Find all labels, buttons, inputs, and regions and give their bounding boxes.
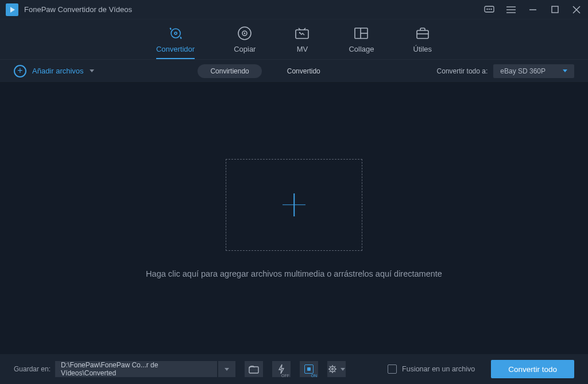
nav-convertidor[interactable]: Convertidor (156, 25, 195, 59)
save-path-dropdown[interactable] (218, 361, 235, 377)
add-files-button[interactable]: Añadir archivos (14, 65, 94, 77)
chevron-down-icon (341, 368, 345, 371)
status-converted-tab[interactable]: Convertido (274, 64, 333, 78)
plus-circle-icon (14, 65, 26, 77)
svg-point-11 (171, 29, 180, 38)
disc-icon (237, 25, 252, 41)
chevron-down-icon (563, 69, 567, 72)
collage-icon (354, 25, 369, 41)
merge-label: Fusionar en un archivo (402, 365, 475, 373)
nav-collage[interactable]: Collage (349, 25, 374, 59)
save-path-group: D:\FonePaw\FonePaw Co...r de Vídeos\Conv… (55, 361, 235, 377)
main-area: Haga clic aquí para agregar archivos mul… (0, 83, 588, 354)
nav-label: MV (297, 45, 308, 53)
convert-all-button[interactable]: Convertir todo (491, 360, 574, 378)
plus-icon (283, 193, 305, 216)
bottom-bar: Guardar en: D:\FonePaw\FonePaw Co...r de… (0, 354, 588, 384)
svg-rect-8 (552, 6, 558, 13)
svg-point-15 (244, 33, 245, 34)
chevron-down-icon (90, 69, 94, 72)
nav-mv[interactable]: MV (295, 25, 310, 59)
svg-point-1 (487, 9, 488, 10)
drop-zone[interactable] (226, 159, 362, 251)
close-button[interactable] (571, 4, 582, 15)
primary-nav: Convertidor Copiar MV Collage Útiles (0, 20, 588, 60)
status-converting-tab[interactable]: Convirtiendo (198, 64, 261, 78)
svg-point-24 (330, 367, 335, 372)
format-value: eBay SD 360P (500, 67, 546, 75)
merge-checkbox[interactable]: Fusionar en un archivo (388, 364, 475, 374)
convert-all-to-label: Convertir todo a: (437, 67, 488, 75)
svg-point-12 (175, 32, 177, 34)
drop-hint: Haga clic aquí para agregar archivos mul… (146, 269, 442, 278)
nav-utiles[interactable]: Útiles (413, 25, 432, 59)
off-badge: OFF (281, 374, 289, 378)
svg-point-17 (299, 32, 300, 33)
chevron-down-icon (225, 368, 229, 371)
format-select[interactable]: eBay SD 360P (493, 64, 574, 78)
gpu-toggle-button[interactable]: ON (300, 361, 318, 377)
svg-rect-21 (417, 30, 428, 38)
converter-icon (168, 25, 184, 41)
nav-label: Convertidor (156, 45, 195, 53)
svg-point-2 (489, 9, 490, 10)
speed-toggle-button[interactable]: OFF (272, 361, 291, 377)
app-logo-icon (6, 3, 18, 16)
titlebar: FonePaw Convertidor de Vídeos (0, 0, 588, 20)
feedback-icon[interactable] (483, 4, 495, 15)
menu-icon[interactable] (505, 4, 517, 15)
svg-point-25 (332, 369, 334, 370)
save-path-input[interactable]: D:\FonePaw\FonePaw Co...r de Vídeos\Conv… (55, 361, 217, 377)
nav-label: Útiles (413, 45, 432, 53)
toolbox-icon (415, 25, 430, 41)
nav-copiar[interactable]: Copiar (234, 25, 256, 59)
mv-icon (295, 25, 310, 41)
nav-label: Collage (349, 45, 374, 53)
gpu-icon (304, 364, 314, 374)
options-bar: Añadir archivos Convirtiendo Convertido … (0, 60, 588, 83)
nav-label: Copiar (234, 45, 256, 53)
maximize-button[interactable] (549, 4, 560, 15)
add-files-label: Añadir archivos (32, 67, 84, 75)
svg-point-3 (491, 9, 492, 10)
svg-rect-23 (249, 367, 258, 373)
open-folder-button[interactable] (245, 361, 263, 377)
on-badge: ON (311, 374, 318, 378)
save-in-label: Guardar en: (14, 365, 51, 373)
window-title: FonePaw Convertidor de Vídeos (24, 5, 483, 14)
settings-button[interactable] (327, 361, 346, 377)
minimize-button[interactable] (527, 4, 539, 15)
checkbox-icon (388, 364, 397, 374)
